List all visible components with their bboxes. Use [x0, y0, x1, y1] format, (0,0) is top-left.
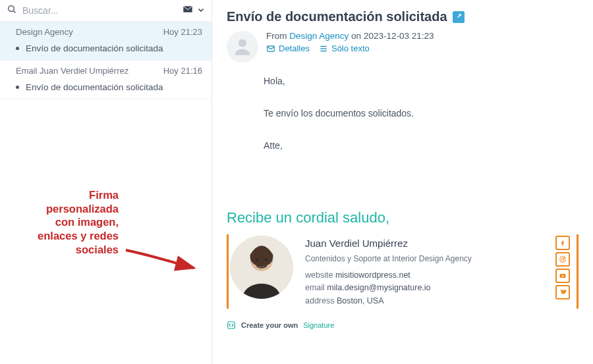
- facebook-icon[interactable]: [555, 236, 570, 250]
- svg-point-12: [561, 258, 564, 261]
- message-time: Hoy 21:16: [163, 66, 202, 76]
- signature-footer: Create your own Signature: [227, 321, 579, 330]
- message-title: Envío de documentación solicitada: [227, 9, 447, 24]
- signature-footer-text: Create your own: [241, 321, 298, 329]
- message-subject-row[interactable]: Envío de documentación solicitada: [0, 78, 212, 99]
- svg-rect-15: [228, 322, 235, 329]
- search-icon: [7, 4, 17, 17]
- signature-logo-icon: [227, 321, 236, 330]
- message-datetime: 2023-12-03 21:23: [364, 31, 434, 41]
- message-meta: From Design Agency on 2023-12-03 21:23 D…: [227, 31, 579, 63]
- body-line: Hola,: [264, 74, 579, 88]
- message-subject: Envío de documentación solicitada: [26, 43, 163, 53]
- from-line: From Design Agency on 2023-12-03 21:23: [266, 31, 434, 41]
- body-line: Te envío los documentos solicitados.: [264, 107, 579, 120]
- annotation-label: Firma personalizada con imagen, enlaces …: [28, 188, 119, 256]
- message-sender-row[interactable]: Design Agency Hoy 21:23: [0, 22, 212, 39]
- svg-point-9: [256, 259, 258, 261]
- avatar: [227, 31, 258, 63]
- annotation-arrow-icon: [123, 245, 202, 284]
- on-label: on: [351, 31, 361, 41]
- plaintext-label: Sólo texto: [331, 43, 370, 53]
- signature-greeting: Recibe un cordial saludo,: [227, 209, 579, 226]
- signature-website[interactable]: misitiowordpress.net: [335, 271, 410, 280]
- signature-photo: [230, 236, 293, 299]
- search-row: [0, 0, 212, 22]
- signature-footer-link[interactable]: Signature: [303, 321, 334, 329]
- svg-point-0: [9, 6, 14, 12]
- signature-email-key: email: [305, 283, 325, 292]
- details-label: Detalles: [279, 43, 310, 53]
- signature-website-key: website: [305, 271, 333, 280]
- reading-pane: Envío de documentación solicitada From D…: [212, 0, 593, 364]
- message-body: Hola, Te envío los documentos solicitado…: [264, 74, 579, 171]
- plaintext-link[interactable]: Sólo texto: [319, 43, 370, 53]
- unread-dot-icon: [16, 47, 19, 50]
- search-input[interactable]: [22, 5, 177, 16]
- message-list-sidebar: Design Agency Hoy 21:23 Envío de documen…: [0, 0, 212, 364]
- instagram-icon[interactable]: [555, 252, 570, 267]
- from-label: From: [266, 31, 287, 41]
- signature-email[interactable]: mila.design@mysignature.io: [327, 283, 430, 292]
- signature-socials: [555, 236, 570, 307]
- unread-dot-icon: [16, 86, 19, 89]
- message-sender-row[interactable]: Email Juan Verdiel Umpiérrez Hoy 21:16: [0, 61, 212, 78]
- signature-address: Boston, USA: [337, 296, 384, 305]
- youtube-icon[interactable]: [555, 269, 570, 283]
- details-link[interactable]: Detalles: [266, 43, 310, 53]
- envelope-icon[interactable]: [183, 4, 193, 17]
- twitter-icon[interactable]: [555, 285, 570, 299]
- chevron-down-icon[interactable]: [197, 5, 205, 16]
- signature-name: Juan Verdiel Umpiérrez: [305, 236, 544, 251]
- message-group[interactable]: Email Juan Verdiel Umpiérrez Hoy 21:16 E…: [0, 61, 212, 99]
- message-time: Hoy 21:23: [163, 27, 202, 37]
- message-subject: Envío de documentación solicitada: [26, 82, 163, 92]
- open-external-icon[interactable]: [453, 11, 465, 23]
- svg-line-1: [13, 11, 15, 13]
- message-subject-row[interactable]: Envío de documentación solicitada: [0, 39, 212, 60]
- signature-role: Contenidos y Soporte at Interior Design …: [305, 253, 544, 265]
- signature-address-key: address: [305, 296, 334, 305]
- svg-point-10: [265, 259, 268, 261]
- from-sender-link[interactable]: Design Agency: [289, 31, 349, 41]
- signature-block: Recibe un cordial saludo, Juan Verdiel U…: [227, 209, 579, 330]
- body-line: Atte,: [264, 139, 579, 153]
- message-group[interactable]: Design Agency Hoy 21:23 Envío de documen…: [0, 22, 212, 61]
- svg-point-13: [564, 257, 565, 258]
- message-sender: Design Agency: [16, 27, 73, 37]
- title-row: Envío de documentación solicitada: [227, 9, 579, 24]
- svg-point-2: [239, 39, 246, 47]
- message-sender: Email Juan Verdiel Umpiérrez: [16, 66, 128, 76]
- signature-info: Juan Verdiel Umpiérrez Contenidos y Sopo…: [305, 236, 544, 307]
